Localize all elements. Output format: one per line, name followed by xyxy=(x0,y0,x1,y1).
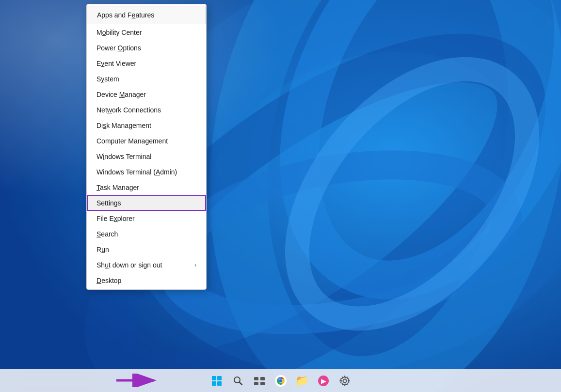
folder-icon: 📁 xyxy=(295,375,308,387)
menu-item-mobility-center[interactable]: Mobility Center xyxy=(87,25,206,40)
menu-item-disk-management[interactable]: Disk Management xyxy=(87,118,206,133)
menu-item-disk-management-label: Disk Management xyxy=(96,122,151,129)
menu-item-windows-terminal-admin-label: Windows Terminal (Admin) xyxy=(96,168,177,176)
svg-rect-10 xyxy=(212,376,216,380)
menu-item-task-manager[interactable]: Task Manager xyxy=(87,180,206,195)
file-explorer-button[interactable]: 📁 xyxy=(292,371,312,391)
menu-item-file-explorer[interactable]: File Explorer xyxy=(87,211,206,226)
svg-rect-16 xyxy=(254,377,258,380)
gear-icon xyxy=(339,376,350,386)
svg-rect-11 xyxy=(217,376,222,380)
chrome-button[interactable] xyxy=(271,371,290,391)
menu-item-desktop-label: Desktop xyxy=(96,277,121,284)
menu-item-search[interactable]: Search xyxy=(87,226,206,242)
windows-logo-icon xyxy=(212,376,222,386)
menu-item-file-explorer-label: File Explorer xyxy=(96,215,135,222)
menu-item-desktop[interactable]: Desktop xyxy=(87,273,206,288)
menu-item-apps-features[interactable]: Apps and Features xyxy=(87,6,206,24)
menu-item-settings[interactable]: Settings xyxy=(87,195,206,211)
menu-item-computer-management-label: Computer Management xyxy=(96,137,168,145)
menu-item-network-connections-label: Network Connections xyxy=(96,106,161,114)
menu-item-windows-terminal-label: Windows Terminal xyxy=(96,153,151,160)
arrow-indicator xyxy=(116,374,160,387)
menu-item-run[interactable]: Run xyxy=(87,242,206,257)
menu-item-windows-terminal[interactable]: Windows Terminal xyxy=(87,149,206,164)
menu-item-power-options-label: Power Options xyxy=(96,44,141,52)
svg-point-25 xyxy=(343,379,346,382)
search-button[interactable] xyxy=(228,371,248,391)
menu-item-event-viewer-label: Event Viewer xyxy=(96,60,136,67)
menu-item-system-label: System xyxy=(96,75,119,83)
svg-line-15 xyxy=(240,382,242,385)
task-view-button[interactable] xyxy=(250,371,269,391)
app-icon: ▶ xyxy=(318,375,329,387)
menu-item-search-label: Search xyxy=(96,230,118,238)
menu-item-settings-label: Settings xyxy=(96,199,121,207)
submenu-arrow-icon: › xyxy=(194,262,196,268)
svg-rect-12 xyxy=(212,381,216,386)
search-icon xyxy=(233,376,243,386)
svg-rect-7 xyxy=(0,0,561,392)
svg-text:▶: ▶ xyxy=(321,377,326,385)
settings-gear-button[interactable] xyxy=(335,371,354,391)
menu-item-device-manager-label: Device Manager xyxy=(96,91,146,98)
menu-item-computer-management[interactable]: Computer Management xyxy=(87,133,206,149)
menu-item-apps-features-label: Apps and Features xyxy=(97,11,154,19)
desktop-background xyxy=(0,0,561,392)
chrome-icon xyxy=(275,375,287,387)
svg-rect-13 xyxy=(217,381,222,386)
menu-item-network-connections[interactable]: Network Connections xyxy=(87,102,206,118)
svg-rect-18 xyxy=(254,382,258,385)
app-button[interactable]: ▶ xyxy=(314,371,333,391)
menu-item-task-manager-label: Task Manager xyxy=(96,184,139,191)
menu-item-power-options[interactable]: Power Options xyxy=(87,40,206,56)
svg-rect-19 xyxy=(260,382,265,385)
start-button[interactable] xyxy=(207,371,226,391)
context-menu: Apps and Features Mobility Center Power … xyxy=(86,4,207,290)
menu-item-event-viewer[interactable]: Event Viewer xyxy=(87,56,206,71)
menu-item-run-label: Run xyxy=(96,246,109,253)
menu-item-device-manager[interactable]: Device Manager xyxy=(87,87,206,102)
taskbar-icons: 📁 ▶ xyxy=(207,371,354,391)
svg-point-22 xyxy=(279,379,282,382)
menu-item-shut-down[interactable]: Shut down or sign out › xyxy=(87,257,206,273)
taskbar: 📁 ▶ xyxy=(0,369,561,392)
menu-item-system[interactable]: System xyxy=(87,71,206,87)
arrow-svg xyxy=(116,374,160,387)
menu-item-mobility-center-label: Mobility Center xyxy=(96,29,142,36)
svg-rect-17 xyxy=(260,377,265,380)
menu-item-shut-down-label: Shut down or sign out xyxy=(96,261,162,269)
task-view-icon xyxy=(254,376,265,386)
menu-item-windows-terminal-admin[interactable]: Windows Terminal (Admin) xyxy=(87,164,206,180)
